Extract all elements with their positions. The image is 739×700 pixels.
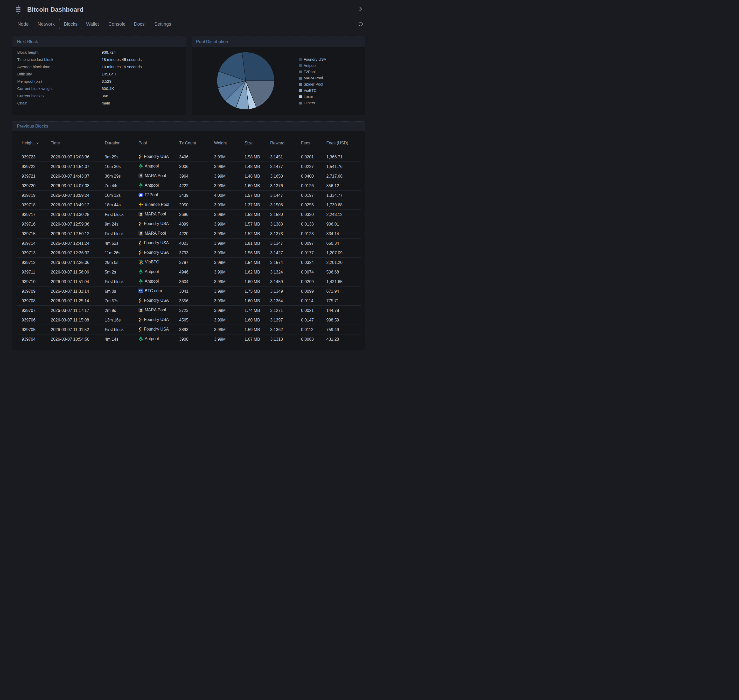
svg-text:M: M xyxy=(140,212,142,215)
svg-text:₿: ₿ xyxy=(140,260,143,264)
svg-text:M: M xyxy=(140,174,142,177)
svg-text:M: M xyxy=(140,308,142,311)
svg-text:.com: .com xyxy=(140,291,143,293)
svg-text:M: M xyxy=(140,231,142,235)
